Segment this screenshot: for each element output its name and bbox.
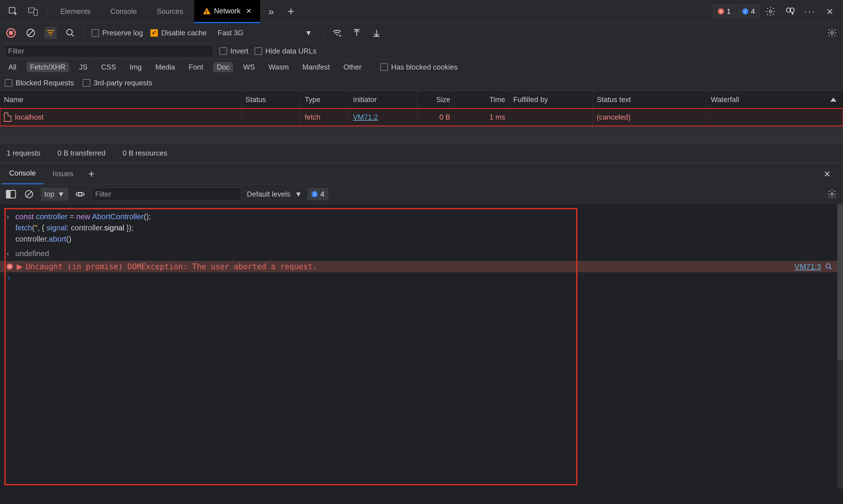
clear-button[interactable] (24, 27, 37, 39)
issue-count-pill[interactable]: i 4 (738, 5, 759, 18)
svg-point-24 (78, 193, 82, 196)
device-toggle-icon[interactable] (24, 3, 42, 20)
hide-data-urls-checkbox[interactable]: Hide data URLs (254, 47, 317, 55)
issue-count: 4 (751, 7, 755, 16)
col-type[interactable]: Type (301, 91, 349, 108)
blocked-requests-checkbox[interactable]: Blocked Requests (5, 79, 74, 87)
export-har-icon[interactable] (370, 27, 383, 39)
error-source-link[interactable]: VM71:3 (794, 262, 821, 271)
svg-point-3 (769, 10, 772, 13)
reveal-icon[interactable] (825, 263, 832, 270)
console-settings-icon[interactable] (826, 188, 838, 200)
third-party-checkbox[interactable]: 3rd-party requests (83, 79, 152, 87)
tab-console[interactable]: Console (102, 0, 146, 23)
filter-toggle-button[interactable] (45, 27, 57, 39)
add-drawer-tab-icon[interactable]: + (83, 165, 100, 183)
import-har-icon[interactable] (351, 27, 363, 39)
cell-initiator[interactable]: VM71:2 (349, 108, 417, 126)
scrollbar[interactable] (837, 204, 843, 489)
tab-sources[interactable]: Sources (148, 0, 192, 23)
cell-type: fetch (301, 108, 349, 126)
svg-line-27 (830, 268, 831, 269)
console-sidebar-toggle-icon[interactable] (5, 188, 17, 200)
col-waterfall[interactable]: Waterfall (707, 91, 843, 108)
divider (47, 5, 47, 18)
network-summary: 1 requests 0 B transferred 0 B resources (0, 144, 843, 163)
type-filter-wasm[interactable]: Wasm (265, 62, 292, 72)
preserve-log-label: Preserve log (102, 29, 143, 37)
record-button[interactable] (5, 27, 17, 39)
throttling-select[interactable]: Fast 3G ▼ (214, 26, 316, 40)
disable-cache-checkbox[interactable]: Disable cache (151, 29, 207, 37)
extra-filter-row: Blocked Requests 3rd-party requests (0, 75, 843, 91)
console-filter-input[interactable] (92, 187, 241, 201)
cell-fulfilled-by (509, 108, 593, 126)
log-levels-select[interactable]: Default levels ▼ (247, 187, 302, 201)
close-devtools-icon[interactable]: × (821, 3, 839, 20)
cell-status (242, 108, 301, 126)
type-filter-css[interactable]: CSS (98, 62, 120, 72)
col-fulfilled-by[interactable]: Fulfilled by (509, 91, 593, 108)
console-issue-pill[interactable]: i 4 (308, 188, 328, 200)
cell-name: localhost (0, 108, 242, 126)
col-time[interactable]: Time (454, 91, 509, 108)
table-row-empty (0, 126, 843, 144)
has-blocked-cookies-label: Has blocked cookies (391, 63, 458, 71)
sort-asc-icon (830, 97, 837, 102)
type-filter-js[interactable]: JS (75, 62, 91, 72)
console-clear-icon[interactable] (23, 188, 35, 200)
tab-network[interactable]: Network × (194, 0, 260, 23)
invert-label: Invert (230, 47, 248, 55)
network-settings-icon[interactable] (826, 27, 838, 39)
checkbox-icon (91, 29, 99, 37)
type-filter-img[interactable]: Img (126, 62, 145, 72)
drawer-tabstrip: Console Issues + × (0, 163, 843, 184)
type-filter-all[interactable]: All (5, 62, 20, 72)
filter-input[interactable] (5, 45, 213, 57)
type-filter-doc[interactable]: Doc (213, 62, 233, 72)
network-conditions-icon[interactable] (331, 27, 343, 39)
disable-cache-label: Disable cache (161, 29, 207, 37)
col-status[interactable]: Status (242, 91, 301, 108)
preserve-log-checkbox[interactable]: Preserve log (91, 29, 143, 37)
drawer-tab-console[interactable]: Console (2, 163, 43, 184)
col-status-text[interactable]: Status text (593, 91, 707, 108)
chevron-down-icon: ▼ (305, 29, 312, 37)
col-initiator[interactable]: Initiator (349, 91, 417, 108)
col-size[interactable]: Size (417, 91, 454, 108)
table-row[interactable]: localhost fetch VM71:2 0 B 1 ms (cancele… (0, 108, 843, 126)
type-filter-ws[interactable]: WS (240, 62, 258, 72)
console-context-select[interactable]: top ▼ (41, 187, 68, 201)
settings-icon[interactable] (762, 3, 779, 20)
issues-shortcut-icon[interactable] (781, 3, 799, 20)
type-filter-media[interactable]: Media (152, 62, 178, 72)
more-tabs-icon[interactable]: » (262, 3, 280, 20)
search-button[interactable] (64, 27, 76, 39)
kebab-menu-icon[interactable]: ··· (801, 3, 819, 20)
checkbox-icon (254, 48, 262, 55)
error-count: 1 (727, 7, 731, 16)
tab-elements[interactable]: Elements (52, 0, 100, 23)
checkbox-icon (151, 29, 158, 37)
blocked-requests-label: Blocked Requests (16, 79, 74, 87)
close-drawer-icon[interactable]: × (819, 165, 836, 183)
svg-line-8 (28, 30, 34, 36)
add-tab-icon[interactable]: + (282, 3, 300, 20)
type-filter-fetch-xhr[interactable]: Fetch/XHR (27, 62, 69, 72)
inspect-element-icon[interactable] (4, 3, 22, 20)
close-icon[interactable]: × (246, 6, 251, 16)
svg-rect-21 (6, 190, 10, 198)
network-table: Name Status Type Initiator Size Time Ful… (0, 91, 843, 144)
type-filter-font[interactable]: Font (185, 62, 207, 72)
has-blocked-cookies-checkbox[interactable]: Has blocked cookies (381, 63, 458, 71)
invert-checkbox[interactable]: Invert (219, 47, 248, 55)
summary-transferred: 0 B transferred (57, 149, 105, 157)
col-name[interactable]: Name (0, 91, 242, 108)
error-count-pill[interactable]: × 1 (713, 5, 735, 18)
live-expression-icon[interactable] (74, 188, 86, 200)
summary-resources: 0 B resources (123, 149, 167, 157)
type-filter-manifest[interactable]: Manifest (299, 62, 333, 72)
drawer-tab-issues[interactable]: Issues (45, 163, 81, 184)
checkbox-icon (219, 48, 227, 55)
type-filter-other[interactable]: Other (340, 62, 365, 72)
